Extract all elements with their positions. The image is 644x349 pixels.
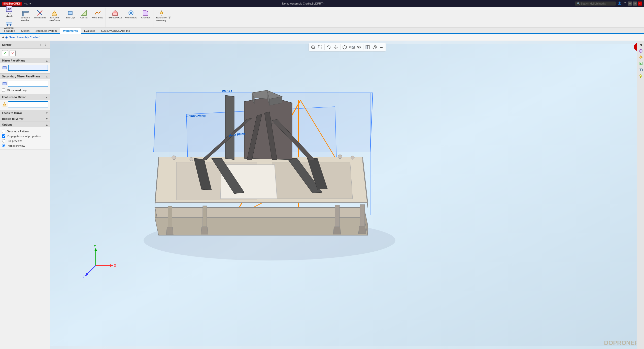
partial-preview-row[interactable]: Partial preview xyxy=(2,143,48,148)
cameras-button[interactable] xyxy=(638,67,643,73)
partial-preview-radio[interactable] xyxy=(2,144,5,147)
mirror-help-button[interactable]: ? xyxy=(38,42,43,47)
appearance-button[interactable] xyxy=(638,48,643,54)
faces-to-mirror-header[interactable]: Faces to Mirror ▼ xyxy=(0,110,50,116)
structural-member-button[interactable]: StructuralMember xyxy=(19,9,32,23)
mirror-panel: Mirror ? ℹ ✓ ✕ Mirror Face/Plane ▲ xyxy=(0,41,50,150)
features-to-mirror-input[interactable] xyxy=(8,101,48,107)
front-plane-label: Front Plane xyxy=(186,114,206,118)
ok-button[interactable]: ✓ xyxy=(2,50,8,56)
reference-geometry-button[interactable]: ReferenceGeometry xyxy=(155,9,168,23)
secondary-mirror-label: Secondary Mirror Face/Plane xyxy=(2,75,40,78)
mirror-face-plane-content xyxy=(0,63,50,73)
geometry-pattern-checkbox[interactable] xyxy=(2,130,5,133)
view-toolbar-sep-3 xyxy=(363,44,363,50)
rotate-button[interactable] xyxy=(325,44,332,50)
cancel-button[interactable]: ✕ xyxy=(10,50,16,56)
minimize-button[interactable]: — xyxy=(628,2,632,6)
propagate-visual-label: Propagate visual properties xyxy=(7,135,41,138)
mirror-info-button[interactable]: ℹ xyxy=(44,42,48,47)
secondary-mirror-content: Mirror seed only xyxy=(0,79,50,94)
mirror-seed-only-row[interactable]: Mirror seed only xyxy=(2,88,48,93)
weld-bead-button[interactable]: Weld Bead xyxy=(91,9,105,20)
geometry-pattern-label: Geometry Pattern xyxy=(7,130,29,133)
propagate-visual-row[interactable]: Propagate visual properties xyxy=(2,134,48,138)
mirror-face-plane-arrow: ▲ xyxy=(46,59,48,62)
decals-button[interactable] xyxy=(638,61,643,66)
mirror-face-plane-header[interactable]: Mirror Face/Plane ▲ xyxy=(0,58,50,63)
main-area: Mirror ? ℹ ✓ ✕ Mirror Face/Plane ▲ xyxy=(0,41,644,349)
svg-rect-25 xyxy=(3,82,6,85)
svg-rect-56 xyxy=(366,45,367,49)
svg-rect-2 xyxy=(6,22,12,24)
view-settings-button[interactable] xyxy=(371,44,378,50)
quick-access-toolbar[interactable]: □ ▼ xyxy=(26,2,32,5)
3d-sketch-button[interactable]: 3D 3DSketch xyxy=(3,5,16,19)
gusset-button[interactable]: Gusset xyxy=(77,9,90,20)
view-orient-button[interactable] xyxy=(341,44,348,50)
more-options-arrow[interactable]: ▾ xyxy=(168,15,171,20)
zoom-fit-button[interactable] xyxy=(310,44,316,50)
search-input[interactable] xyxy=(581,2,614,5)
breadcrumb-text[interactable]: Nemo Assembly Cradle (... xyxy=(9,36,42,39)
options-header[interactable]: Options ▲ xyxy=(0,122,50,127)
tab-sketch[interactable]: Sketch xyxy=(18,28,32,33)
trim-extend-button[interactable]: Trim/Extend xyxy=(32,9,47,23)
secondary-plane-input[interactable] xyxy=(8,81,48,87)
collapse-right-button[interactable]: ◀ xyxy=(638,42,643,47)
tab-weldments[interactable]: Weldments xyxy=(60,28,81,34)
svg-point-57 xyxy=(374,46,375,48)
secondary-mirror-header[interactable]: Secondary Mirror Face/Plane ▲ xyxy=(0,74,50,79)
tab-features[interactable]: Features xyxy=(1,28,18,33)
tab-solidworks-addins[interactable]: SOLIDWORKS Add-Ins xyxy=(98,28,133,33)
bolt-2 xyxy=(190,157,193,161)
account-icon[interactable]: 👤 xyxy=(617,2,622,6)
hole-wizard-button[interactable]: Hole Wizard xyxy=(124,9,139,20)
part-icon: ◈ xyxy=(5,35,8,39)
display-style-button[interactable]: ▼ xyxy=(348,44,355,50)
geometry-pattern-row[interactable]: Geometry Pattern xyxy=(2,129,48,134)
section-view-button[interactable] xyxy=(364,44,371,50)
zoom-area-button[interactable] xyxy=(317,44,323,50)
extruded-boss-base-button[interactable]: ExtrudedBoss/Base xyxy=(48,9,61,23)
more-view-button[interactable]: ••• xyxy=(378,44,385,50)
menu-icon[interactable]: ≡ xyxy=(24,2,26,5)
svg-text:Y: Y xyxy=(94,244,96,248)
pan-button[interactable] xyxy=(332,44,339,50)
title-text: Nemo Assembly Cradle.SLDPRT * xyxy=(282,2,324,5)
svg-marker-20 xyxy=(143,10,148,15)
tab-structure-system[interactable]: Structure System xyxy=(32,28,60,33)
end-cap-button[interactable]: End Cap xyxy=(64,9,77,20)
extruded-cut-icon xyxy=(112,9,119,16)
full-preview-radio[interactable] xyxy=(2,139,5,142)
hide-show-button[interactable] xyxy=(355,44,362,50)
extruded-cut-button[interactable]: Extruded Cut xyxy=(107,9,123,20)
weld-bead-icon xyxy=(94,9,101,16)
svg-text:3D: 3D xyxy=(8,8,11,10)
propagate-visual-checkbox[interactable] xyxy=(2,134,5,138)
mirror-face-plane-field-row xyxy=(2,65,48,71)
features-to-mirror-header[interactable]: Features to Mirror ▲ xyxy=(0,94,50,100)
mirror-seed-only-checkbox[interactable] xyxy=(2,89,5,92)
view-toolbar: ▼ ••• xyxy=(309,43,386,51)
leg-fr xyxy=(203,206,207,227)
maximize-button[interactable]: □ xyxy=(633,2,637,6)
nav-arrow-left[interactable]: ◀ xyxy=(2,36,4,39)
bodies-to-mirror-header[interactable]: Bodies to Mirror ▼ xyxy=(0,116,50,122)
bolt-4 xyxy=(351,156,354,159)
toolbar-section-cut: Extruded Cut Hole Wizard Chamfer xyxy=(106,8,153,27)
help-icon[interactable]: ? xyxy=(623,2,627,6)
full-preview-row[interactable]: Full preview xyxy=(2,138,48,143)
svg-rect-13 xyxy=(68,11,72,14)
chamfer-button[interactable]: Chamfer xyxy=(139,9,152,20)
mirror-panel-header: Mirror ? ℹ xyxy=(0,41,50,49)
svg-line-9 xyxy=(37,10,42,15)
mirror-plane-input[interactable] xyxy=(8,65,48,71)
lights-button[interactable] xyxy=(638,73,643,79)
viewport[interactable]: X Y Z Front Plane Plane1 Face Plane xyxy=(50,41,644,349)
model-canvas: X Y Z xyxy=(50,41,644,349)
title-bar: SOLIDWORKS ≡ □ ▼ Nemo Assembly Cradle.SL… xyxy=(0,0,644,7)
close-button[interactable]: ✕ xyxy=(638,2,642,6)
tab-evaluate[interactable]: Evaluate xyxy=(81,28,98,33)
scene-button[interactable] xyxy=(638,54,643,60)
